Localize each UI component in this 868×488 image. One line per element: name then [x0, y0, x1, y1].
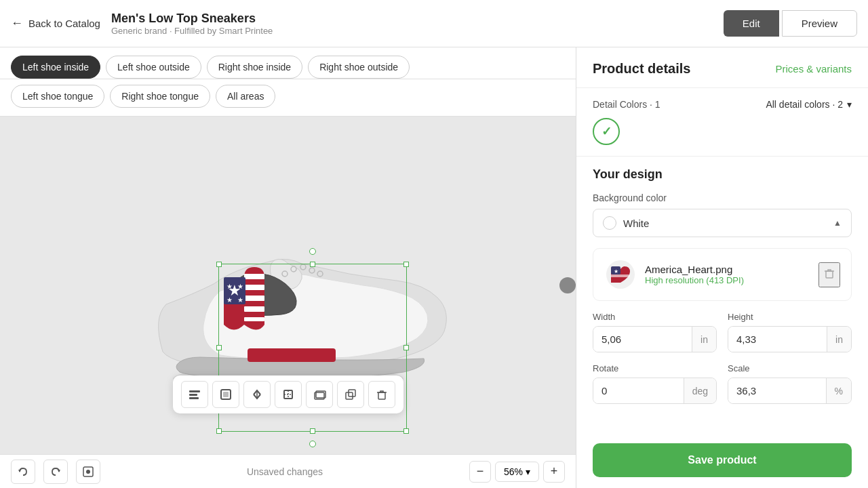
main-layout: Left shoe inside Left shoe outside Right…: [0, 47, 868, 488]
layer-tool-button[interactable]: [306, 381, 333, 408]
svg-rect-39: [611, 274, 630, 277]
svg-point-36: [86, 470, 90, 474]
tab-row-2: Left shoe tongue Right shoe tongue All a…: [0, 79, 576, 117]
color-select-left: White: [603, 216, 649, 230]
edit-button[interactable]: Edit: [724, 10, 779, 37]
panel-header: Product details Prices & variants: [576, 47, 868, 88]
color-select-chevron-icon: ▲: [833, 218, 842, 228]
shoe-illustration: ★ ★ ★ ★ ★: [112, 169, 465, 402]
rotate-unit: deg: [684, 378, 716, 403]
canvas-side-handle[interactable]: [559, 277, 576, 293]
design-thumb-svg: ★: [606, 260, 635, 289]
product-title: Men's Low Top Sneakers: [111, 12, 724, 26]
unsaved-label: Unsaved changes: [108, 466, 461, 477]
bottom-bar: Unsaved changes − 56% ▾ +: [0, 454, 576, 488]
zoom-display[interactable]: 56% ▾: [495, 462, 539, 482]
canvas-toolbar: [173, 375, 403, 413]
rotate-label: Rotate: [593, 363, 717, 373]
tab-left-shoe-inside[interactable]: Left shoe inside: [11, 56, 100, 79]
scale-unit: %: [826, 378, 851, 403]
duplicate-tool-button[interactable]: [337, 381, 364, 408]
svg-rect-20: [189, 397, 199, 399]
align-tool-button[interactable]: [181, 381, 208, 408]
dimensions-row: Width in Height in: [593, 312, 852, 352]
canvas-area: Left shoe inside Left shoe outside Right…: [0, 47, 576, 488]
panel-title: Product details: [593, 61, 690, 77]
tab-all-areas[interactable]: All areas: [216, 85, 275, 108]
svg-text:★: ★: [614, 268, 618, 274]
zoom-controls: − 56% ▾ +: [469, 461, 565, 483]
tab-right-shoe-outside[interactable]: Right shoe outside: [308, 56, 410, 79]
back-to-catalog-link[interactable]: ← Back to Catalog: [11, 16, 100, 30]
design-info: America_Heart.png High resolution (413 D…: [645, 264, 810, 285]
design-filename: America_Heart.png: [645, 264, 810, 275]
width-input[interactable]: [593, 327, 692, 352]
design-section-title: Your design: [593, 167, 852, 182]
height-unit: in: [827, 327, 851, 352]
all-detail-colors-dropdown[interactable]: All detail colors · 2 ▾: [766, 99, 852, 110]
svg-rect-30: [349, 390, 355, 396]
tab-row-1: Left shoe inside Left shoe outside Right…: [0, 47, 576, 79]
tab-left-shoe-outside[interactable]: Left shoe outside: [106, 56, 201, 79]
height-label: Height: [728, 312, 852, 322]
fit-tool-button[interactable]: [212, 381, 239, 408]
preview-layers-button[interactable]: [76, 460, 100, 484]
svg-rect-42: [826, 271, 833, 278]
height-input-wrapper: in: [728, 326, 852, 352]
detail-color-swatch[interactable]: ✓: [593, 118, 620, 145]
transform-row: Rotate deg Scale %: [593, 363, 852, 404]
delete-design-button[interactable]: [818, 262, 840, 287]
scale-field-group: Scale %: [728, 363, 852, 404]
tab-left-shoe-tongue[interactable]: Left shoe tongue: [11, 85, 104, 108]
detail-colors-row: Detail Colors · 1 All detail colors · 2 …: [593, 99, 852, 110]
header-actions: Edit Preview: [724, 10, 857, 37]
svg-rect-9: [244, 306, 264, 312]
save-product-button[interactable]: Save product: [593, 443, 852, 477]
tab-right-shoe-tongue[interactable]: Right shoe tongue: [110, 85, 210, 108]
svg-rect-31: [378, 392, 385, 399]
corner-handle-bl[interactable]: [216, 428, 222, 434]
svg-text:★: ★: [226, 296, 232, 304]
prices-variants-link[interactable]: Prices & variants: [775, 63, 852, 75]
svg-marker-33: [18, 470, 21, 472]
svg-text:★: ★: [237, 296, 243, 304]
rotate-handle-bottom[interactable]: [309, 441, 316, 447]
svg-text:★: ★: [237, 283, 243, 290]
detail-colors-section: Detail Colors · 1 All detail colors · 2 …: [576, 88, 868, 157]
corner-handle-br[interactable]: [403, 428, 409, 434]
your-design-section: Your design Background color White ▲: [576, 157, 868, 432]
zoom-value: 56%: [504, 466, 523, 477]
zoom-out-button[interactable]: −: [469, 461, 491, 483]
product-title-area: Men's Low Top Sneakers Generic brand · F…: [111, 12, 724, 36]
bg-color-select[interactable]: White ▲: [593, 209, 852, 237]
width-label: Width: [593, 312, 717, 322]
svg-text:★: ★: [226, 283, 232, 290]
check-icon: ✓: [601, 124, 612, 139]
delete-tool-button[interactable]: [368, 381, 395, 408]
design-thumbnail: ★: [604, 258, 637, 291]
undo-button[interactable]: [11, 460, 35, 484]
svg-rect-17: [248, 348, 336, 362]
preview-button[interactable]: Preview: [782, 10, 857, 37]
back-label: Back to Catalog: [28, 18, 100, 29]
right-panel: Product details Prices & variants Detail…: [576, 47, 868, 488]
redo-button[interactable]: [43, 460, 68, 484]
width-unit: in: [692, 327, 716, 352]
canvas-container[interactable]: ★ ★ ★ ★ ★: [0, 117, 576, 454]
crop-tool-button[interactable]: [275, 381, 302, 408]
tab-right-shoe-inside[interactable]: Right shoe inside: [207, 56, 302, 79]
svg-rect-22: [223, 392, 229, 397]
svg-rect-19: [189, 394, 197, 396]
zoom-in-button[interactable]: +: [543, 461, 565, 483]
rotate-input-wrapper: deg: [593, 378, 717, 404]
height-field-group: Height in: [728, 312, 852, 352]
svg-rect-10: [244, 317, 264, 321]
flip-tool-button[interactable]: [243, 381, 271, 408]
width-field-group: Width in: [593, 312, 717, 352]
corner-handle-bm[interactable]: [310, 428, 315, 434]
bg-color-value: White: [623, 218, 649, 229]
svg-rect-7: [244, 285, 264, 290]
height-input[interactable]: [728, 327, 827, 352]
scale-input[interactable]: [728, 378, 826, 403]
rotate-input[interactable]: [593, 378, 684, 403]
